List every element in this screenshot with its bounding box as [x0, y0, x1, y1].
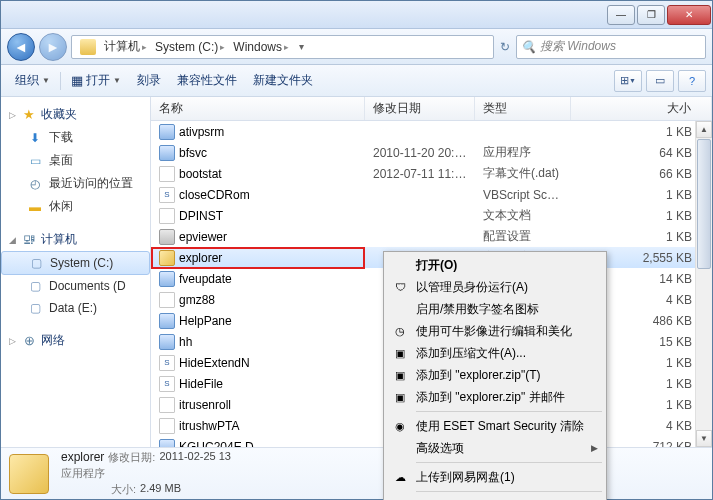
search-icon: 🔍: [521, 40, 536, 54]
context-menu-item[interactable]: 打开(O): [386, 254, 604, 276]
file-row[interactable]: ativpsrm1 KB: [151, 121, 712, 142]
open-button[interactable]: ▦打开 ▼: [63, 69, 129, 93]
column-headers: 名称 修改日期 类型 大小: [151, 97, 712, 121]
open-icon: ▦: [71, 73, 83, 88]
context-menu: 打开(O)🛡以管理员身份运行(A)启用/禁用数字签名图标◷使用可牛影像进行编辑和…: [383, 251, 607, 500]
context-menu-item[interactable]: ☁上传到网易网盘(1): [386, 466, 604, 488]
sidebar-item-recent[interactable]: ◴最近访问的位置: [1, 172, 150, 195]
view-button[interactable]: ⊞ ▼: [614, 70, 642, 92]
file-icon: [159, 124, 175, 140]
menu-icon: ▣: [392, 367, 408, 383]
context-menu-item[interactable]: ▣添加到 "explorer.zip" 并邮件: [386, 386, 604, 408]
organize-menu[interactable]: 组织 ▼: [7, 69, 58, 93]
file-icon: [159, 418, 175, 434]
explorer-window: — ❐ ✕ ◄ ► 计算机 ▸ System (C:) ▸ Windows ▸ …: [0, 0, 713, 500]
file-row[interactable]: DPINST文本文档1 KB: [151, 205, 712, 226]
breadcrumb-item[interactable]: 计算机 ▸: [100, 38, 151, 55]
desktop-icon: ▭: [27, 153, 43, 169]
newfolder-button[interactable]: 新建文件夹: [245, 69, 321, 93]
context-menu-item[interactable]: 高级选项▶: [386, 437, 604, 459]
file-row[interactable]: closeCDRomVBScript Script ...1 KB: [151, 184, 712, 205]
file-icon: [159, 292, 175, 308]
col-size[interactable]: 大小: [571, 97, 712, 120]
breadcrumb-item[interactable]: Windows ▸: [229, 40, 293, 54]
star-icon: ★: [21, 107, 37, 123]
sidebar-item-system-c[interactable]: ▢System (C:): [1, 251, 150, 275]
menu-icon: 🛡: [392, 279, 408, 295]
drive-icon: ▢: [27, 300, 43, 316]
file-icon: [159, 145, 175, 161]
titlebar: — ❐ ✕: [1, 1, 712, 29]
sidebar-item-documents-d[interactable]: ▢Documents (D: [1, 275, 150, 297]
details-icon: [9, 454, 49, 494]
menu-icon: ▣: [392, 345, 408, 361]
menu-icon: ◷: [392, 323, 408, 339]
file-row[interactable]: bfsvc2010-11-20 20:16应用程序64 KB: [151, 142, 712, 163]
body: ▷★收藏夹 ⬇下载 ▭桌面 ◴最近访问的位置 ▬休闲 ◢🖳计算机 ▢System…: [1, 97, 712, 447]
file-icon: [159, 397, 175, 413]
file-row[interactable]: bootstat2012-07-11 11:00字幕文件(.dat)66 KB: [151, 163, 712, 184]
sidebar-network[interactable]: ▷⊕网络: [1, 329, 150, 352]
breadcrumb-dropdown[interactable]: ▾: [293, 41, 309, 52]
menu-icon: ▣: [392, 389, 408, 405]
drive-icon: ▢: [27, 278, 43, 294]
toolbar: 组织 ▼ ▦打开 ▼ 刻录 兼容性文件 新建文件夹 ⊞ ▼ ▭ ?: [1, 65, 712, 97]
context-menu-item[interactable]: ◷使用可牛影像进行编辑和美化: [386, 320, 604, 342]
sidebar-item-leisure[interactable]: ▬休闲: [1, 195, 150, 218]
breadcrumb[interactable]: 计算机 ▸ System (C:) ▸ Windows ▸ ▾: [71, 35, 494, 59]
computer-icon: [80, 39, 96, 55]
context-menu-item[interactable]: ◉使用 ESET Smart Security 清除: [386, 415, 604, 437]
preview-button[interactable]: ▭: [646, 70, 674, 92]
file-icon: [159, 166, 175, 182]
col-date[interactable]: 修改日期: [365, 97, 475, 120]
nav-forward-button[interactable]: ►: [39, 33, 67, 61]
breadcrumb-item[interactable]: System (C:) ▸: [151, 40, 229, 54]
sidebar-favorites[interactable]: ▷★收藏夹: [1, 103, 150, 126]
context-menu-item[interactable]: ▣添加到 "explorer.zip"(T): [386, 364, 604, 386]
file-icon: [159, 439, 175, 448]
help-button[interactable]: ?: [678, 70, 706, 92]
context-menu-item[interactable]: 使用 RTX 发送文件: [386, 495, 604, 500]
folder-icon: ▬: [27, 199, 43, 215]
scroll-up[interactable]: ▲: [696, 121, 712, 138]
file-list-panel: 名称 修改日期 类型 大小 ativpsrm1 KBbfsvc2010-11-2…: [151, 97, 712, 447]
burn-button[interactable]: 刻录: [129, 69, 169, 93]
menu-icon: ☁: [392, 469, 408, 485]
drive-icon: ▢: [28, 255, 44, 271]
scroll-thumb[interactable]: [697, 139, 711, 269]
file-icon: [159, 229, 175, 245]
search-input[interactable]: 🔍 搜索 Windows: [516, 35, 706, 59]
context-menu-item[interactable]: ▣添加到压缩文件(A)...: [386, 342, 604, 364]
scroll-down[interactable]: ▼: [696, 430, 712, 447]
file-icon: [159, 187, 175, 203]
sidebar: ▷★收藏夹 ⬇下载 ▭桌面 ◴最近访问的位置 ▬休闲 ◢🖳计算机 ▢System…: [1, 97, 151, 447]
col-name[interactable]: 名称: [151, 97, 365, 120]
file-icon: [159, 208, 175, 224]
navbar: ◄ ► 计算机 ▸ System (C:) ▸ Windows ▸ ▾ ↻ 🔍 …: [1, 29, 712, 65]
sidebar-item-data-e[interactable]: ▢Data (E:): [1, 297, 150, 319]
refresh-icon[interactable]: ↻: [498, 40, 512, 54]
file-icon: [159, 376, 175, 392]
file-icon: [159, 250, 175, 266]
file-icon: [159, 313, 175, 329]
minimize-button[interactable]: —: [607, 5, 635, 25]
nav-back-button[interactable]: ◄: [7, 33, 35, 61]
context-menu-item[interactable]: 启用/禁用数字签名图标: [386, 298, 604, 320]
file-row[interactable]: epviewer配置设置1 KB: [151, 226, 712, 247]
compat-button[interactable]: 兼容性文件: [169, 69, 245, 93]
network-icon: ⊕: [21, 333, 37, 349]
sidebar-item-desktop[interactable]: ▭桌面: [1, 149, 150, 172]
menu-icon: ◉: [392, 418, 408, 434]
maximize-button[interactable]: ❐: [637, 5, 665, 25]
context-menu-item[interactable]: 🛡以管理员身份运行(A): [386, 276, 604, 298]
scrollbar[interactable]: ▲ ▼: [695, 121, 712, 447]
file-icon: [159, 334, 175, 350]
details-name: explorer: [61, 450, 104, 465]
sidebar-item-downloads[interactable]: ⬇下载: [1, 126, 150, 149]
file-icon: [159, 355, 175, 371]
col-type[interactable]: 类型: [475, 97, 571, 120]
file-icon: [159, 271, 175, 287]
sidebar-computer[interactable]: ◢🖳计算机: [1, 228, 150, 251]
close-button[interactable]: ✕: [667, 5, 711, 25]
recent-icon: ◴: [27, 176, 43, 192]
